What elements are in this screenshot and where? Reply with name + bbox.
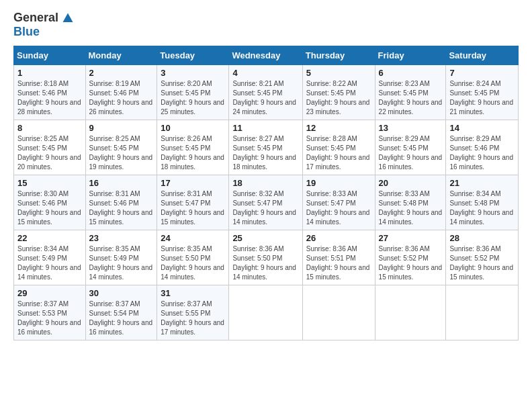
day-info: Sunrise: 8:24 AMSunset: 5:45 PMDaylight:…: [449, 80, 513, 116]
day-number: 15: [17, 178, 82, 188]
day-cell: 9Sunrise: 8:25 AMSunset: 5:45 PMDaylight…: [85, 120, 157, 175]
day-info: Sunrise: 8:26 AMSunset: 5:45 PMDaylight:…: [161, 135, 224, 171]
day-cell: 29Sunrise: 8:37 AMSunset: 5:53 PMDayligh…: [14, 285, 86, 340]
day-number: 3: [161, 68, 225, 78]
day-cell: 27Sunrise: 8:36 AMSunset: 5:52 PMDayligh…: [375, 230, 446, 285]
day-info: Sunrise: 8:37 AMSunset: 5:54 PMDaylight:…: [89, 300, 153, 336]
day-cell: [446, 285, 519, 340]
header-friday: Friday: [375, 46, 446, 65]
day-cell: 17Sunrise: 8:31 AMSunset: 5:47 PMDayligh…: [157, 175, 229, 230]
logo-blue: Blue: [13, 25, 74, 39]
day-info: Sunrise: 8:25 AMSunset: 5:45 PMDaylight:…: [17, 135, 81, 171]
day-cell: 25Sunrise: 8:36 AMSunset: 5:50 PMDayligh…: [229, 230, 302, 285]
day-number: 21: [449, 178, 515, 188]
day-info: Sunrise: 8:37 AMSunset: 5:55 PMDaylight:…: [161, 300, 224, 336]
day-cell-: 1Sunrise: 8:18 AMSunset: 5:46 PMDaylight…: [14, 65, 86, 120]
day-info: Sunrise: 8:31 AMSunset: 5:47 PMDaylight:…: [161, 190, 224, 226]
day-info: Sunrise: 8:27 AMSunset: 5:45 PMDaylight:…: [232, 135, 296, 171]
day-info: Sunrise: 8:20 AMSunset: 5:45 PMDaylight:…: [161, 80, 224, 116]
day-cell: 21Sunrise: 8:34 AMSunset: 5:48 PMDayligh…: [446, 175, 519, 230]
day-cell: 28Sunrise: 8:36 AMSunset: 5:52 PMDayligh…: [446, 230, 519, 285]
header-row: SundayMondayTuesdayWednesdayThursdayFrid…: [14, 46, 519, 65]
logo-general: General: [13, 11, 74, 25]
svg-marker-0: [63, 13, 73, 23]
logo-icon: [62, 12, 74, 24]
header-monday: Monday: [85, 46, 157, 65]
day-info: Sunrise: 8:34 AMSunset: 5:48 PMDaylight:…: [449, 190, 513, 226]
day-cell: 12Sunrise: 8:28 AMSunset: 5:45 PMDayligh…: [302, 120, 375, 175]
day-number: 22: [17, 233, 82, 243]
day-cell: [375, 285, 446, 340]
day-info: Sunrise: 8:31 AMSunset: 5:46 PMDaylight:…: [89, 190, 153, 226]
day-number: 28: [449, 233, 515, 243]
day-number: 4: [232, 68, 298, 78]
day-cell: 20Sunrise: 8:33 AMSunset: 5:48 PMDayligh…: [375, 175, 446, 230]
day-number: 29: [17, 288, 82, 298]
week-row-1: 8Sunrise: 8:25 AMSunset: 5:45 PMDaylight…: [14, 120, 519, 175]
header-tuesday: Tuesday: [157, 46, 229, 65]
day-number: 26: [306, 233, 371, 243]
day-info: Sunrise: 8:29 AMSunset: 5:46 PMDaylight:…: [449, 135, 513, 171]
day-info: Sunrise: 8:23 AMSunset: 5:45 PMDaylight:…: [379, 80, 443, 116]
day-cell: 8Sunrise: 8:25 AMSunset: 5:45 PMDaylight…: [14, 120, 86, 175]
day-number: 23: [89, 233, 154, 243]
day-cell: 10Sunrise: 8:26 AMSunset: 5:45 PMDayligh…: [157, 120, 229, 175]
day-info: Sunrise: 8:35 AMSunset: 5:50 PMDaylight:…: [161, 245, 224, 281]
day-number: 20: [379, 178, 443, 188]
week-row-4: 29Sunrise: 8:37 AMSunset: 5:53 PMDayligh…: [14, 285, 519, 340]
day-number: 8: [17, 123, 82, 133]
day-number: 5: [306, 68, 371, 78]
day-cell: 30Sunrise: 8:37 AMSunset: 5:54 PMDayligh…: [85, 285, 157, 340]
week-row-3: 22Sunrise: 8:34 AMSunset: 5:49 PMDayligh…: [14, 230, 519, 285]
day-number: 7: [449, 68, 515, 78]
day-info: Sunrise: 8:18 AMSunset: 5:46 PMDaylight:…: [17, 80, 81, 116]
day-number: 18: [232, 178, 298, 188]
day-number: 6: [379, 68, 443, 78]
week-row-0: 1Sunrise: 8:18 AMSunset: 5:46 PMDaylight…: [14, 65, 519, 120]
day-number: 17: [161, 178, 225, 188]
day-info: Sunrise: 8:19 AMSunset: 5:46 PMDaylight:…: [89, 80, 153, 116]
header-saturday: Saturday: [446, 46, 519, 65]
day-cell-empty: 7Sunrise: 8:24 AMSunset: 5:45 PMDaylight…: [446, 65, 519, 120]
day-number: 13: [379, 123, 443, 133]
day-info: Sunrise: 8:36 AMSunset: 5:52 PMDaylight:…: [379, 245, 443, 281]
day-info: Sunrise: 8:25 AMSunset: 5:45 PMDaylight:…: [89, 135, 153, 171]
day-cell: 26Sunrise: 8:36 AMSunset: 5:51 PMDayligh…: [302, 230, 375, 285]
calendar-table: SundayMondayTuesdayWednesdayThursdayFrid…: [13, 46, 519, 340]
day-cell: 23Sunrise: 8:35 AMSunset: 5:49 PMDayligh…: [85, 230, 157, 285]
day-number: 9: [89, 123, 154, 133]
page-header: General Blue: [13, 11, 519, 39]
day-cell: 22Sunrise: 8:34 AMSunset: 5:49 PMDayligh…: [14, 230, 86, 285]
day-number: 11: [232, 123, 298, 133]
header-thursday: Thursday: [302, 46, 375, 65]
day-cell: 31Sunrise: 8:37 AMSunset: 5:55 PMDayligh…: [157, 285, 229, 340]
day-cell: 13Sunrise: 8:29 AMSunset: 5:45 PMDayligh…: [375, 120, 446, 175]
day-info: Sunrise: 8:32 AMSunset: 5:47 PMDaylight:…: [232, 190, 296, 226]
day-cell: 19Sunrise: 8:33 AMSunset: 5:47 PMDayligh…: [302, 175, 375, 230]
day-number: 12: [306, 123, 371, 133]
week-row-2: 15Sunrise: 8:30 AMSunset: 5:46 PMDayligh…: [14, 175, 519, 230]
day-cell: [302, 285, 375, 340]
day-info: Sunrise: 8:36 AMSunset: 5:52 PMDaylight:…: [449, 245, 513, 281]
header-wednesday: Wednesday: [229, 46, 302, 65]
day-number: 24: [161, 233, 225, 243]
day-cell: 14Sunrise: 8:29 AMSunset: 5:46 PMDayligh…: [446, 120, 519, 175]
day-info: Sunrise: 8:33 AMSunset: 5:48 PMDaylight:…: [379, 190, 443, 226]
day-cell-empty: 5Sunrise: 8:22 AMSunset: 5:45 PMDaylight…: [302, 65, 375, 120]
day-number: 2: [89, 68, 154, 78]
day-info: Sunrise: 8:28 AMSunset: 5:45 PMDaylight:…: [306, 135, 370, 171]
day-cell: 15Sunrise: 8:30 AMSunset: 5:46 PMDayligh…: [14, 175, 86, 230]
day-number: 19: [306, 178, 371, 188]
day-cell-empty: 4Sunrise: 8:21 AMSunset: 5:45 PMDaylight…: [229, 65, 302, 120]
day-cell: 18Sunrise: 8:32 AMSunset: 5:47 PMDayligh…: [229, 175, 302, 230]
logo: General Blue: [13, 11, 74, 39]
day-info: Sunrise: 8:30 AMSunset: 5:46 PMDaylight:…: [17, 190, 81, 226]
day-info: Sunrise: 8:37 AMSunset: 5:53 PMDaylight:…: [17, 300, 81, 336]
day-number: 31: [161, 288, 225, 298]
day-cell: 24Sunrise: 8:35 AMSunset: 5:50 PMDayligh…: [157, 230, 229, 285]
day-number: 30: [89, 288, 154, 298]
day-cell: [229, 285, 302, 340]
day-number: 14: [449, 123, 515, 133]
day-info: Sunrise: 8:36 AMSunset: 5:50 PMDaylight:…: [232, 245, 296, 281]
day-cell-empty: 6Sunrise: 8:23 AMSunset: 5:45 PMDaylight…: [375, 65, 446, 120]
